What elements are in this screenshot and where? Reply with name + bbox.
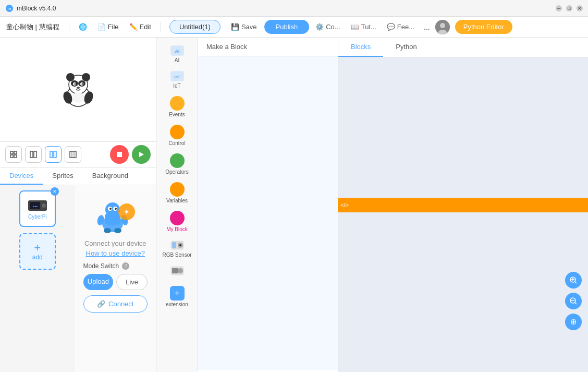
svg-text:IoT: IoT: [174, 75, 180, 79]
globe-menu-item[interactable]: 🌐: [75, 21, 91, 33]
svg-rect-22: [14, 155, 17, 158]
app-logo: 童心制物 | 慧编程: [6, 22, 59, 32]
svg-point-42: [109, 208, 112, 210]
category-variables[interactable]: Variables: [158, 179, 196, 207]
feedback-icon: 💬: [387, 23, 395, 31]
how-to-link[interactable]: How to use device?: [86, 249, 145, 257]
tutorial-icon: 📖: [351, 23, 359, 31]
edit-icon: ✏️: [129, 23, 138, 31]
title-bar: m mBlock v5.4.0 ─ □ ✕: [0, 0, 588, 17]
tutorial-button[interactable]: 📖 Tut...: [347, 21, 381, 33]
tab-blocks[interactable]: Blocks: [338, 38, 383, 57]
svg-rect-20: [14, 151, 17, 154]
menu-bar: 童心制物 | 慧编程 🌐 📄 File ✏️ Edit Untitled(1) …: [0, 17, 588, 38]
device-remove-button[interactable]: ✕: [51, 187, 59, 196]
plus-icon: +: [34, 242, 41, 254]
category-rgb-sensor[interactable]: RGB Sensor: [158, 236, 196, 261]
category-control[interactable]: Control: [158, 122, 196, 149]
python-editor-button[interactable]: Python Editor: [455, 20, 512, 34]
svg-point-8: [82, 73, 90, 81]
block-area: Make a Block: [198, 38, 338, 372]
live-button[interactable]: Live: [116, 274, 148, 290]
svg-point-34: [42, 203, 46, 208]
stop-button[interactable]: [110, 145, 129, 164]
category-myblock[interactable]: My Block: [158, 208, 196, 235]
stage-canvas: [0, 38, 156, 142]
svg-text:●●●: ●●●: [33, 205, 38, 208]
ai-icon: AI: [170, 45, 185, 56]
svg-line-66: [575, 303, 577, 305]
entity-tabs: Devices Sprites Background: [0, 167, 156, 185]
svg-rect-30: [117, 152, 122, 157]
mode-switch-help-icon[interactable]: ?: [122, 262, 129, 270]
category-ai[interactable]: AI AI: [158, 42, 196, 66]
svg-point-14: [81, 83, 83, 85]
fullscreen-button[interactable]: [5, 146, 22, 163]
tab-sprites[interactable]: Sprites: [43, 167, 82, 185]
iot-icon: IoT: [170, 70, 185, 82]
user-avatar[interactable]: [435, 20, 450, 34]
svg-point-46: [104, 228, 111, 233]
events-dot: [170, 96, 185, 111]
mode-switch-label: Mode Switch: [83, 262, 119, 270]
svg-rect-19: [10, 151, 13, 154]
xml-badge[interactable]: </>: [338, 198, 588, 212]
close-button[interactable]: ✕: [577, 5, 583, 11]
category-cyberpi[interactable]: [158, 262, 196, 281]
maximize-button[interactable]: □: [566, 5, 572, 11]
feedback-button[interactable]: 💬 Fee...: [383, 21, 419, 33]
myblock-label: My Block: [166, 226, 188, 232]
edit-menu-item[interactable]: ✏️ Edit: [125, 21, 155, 33]
publish-button[interactable]: Publish: [264, 20, 310, 34]
tab-background[interactable]: Background: [83, 167, 138, 185]
go-icon: [138, 151, 145, 158]
svg-marker-31: [139, 152, 144, 157]
svg-point-15: [77, 87, 80, 89]
category-iot[interactable]: IoT IoT: [158, 67, 196, 92]
control-dot: [170, 125, 185, 139]
zoom-in-button[interactable]: [565, 272, 582, 289]
cyberpi-label: CyberPi: [28, 214, 47, 220]
svg-point-13: [74, 83, 76, 85]
grid-view-button[interactable]: [65, 146, 81, 163]
connect-device-button[interactable]: 🔗 Connect: [83, 295, 148, 313]
project-name-button[interactable]: Untitled(1): [169, 20, 220, 34]
svg-point-7: [66, 73, 75, 81]
main-layout: Devices Sprites Background ✕: [0, 38, 588, 372]
minimize-button[interactable]: ─: [556, 5, 562, 11]
operators-dot: [170, 153, 185, 168]
svg-point-43: [115, 208, 117, 210]
file-icon: 📄: [97, 23, 106, 31]
rgb-sensor-label: RGB Sensor: [162, 252, 191, 258]
svg-text:m: m: [8, 6, 11, 11]
connect-menu-button[interactable]: ⚙️ Co...: [311, 21, 344, 33]
block-categories: AI AI IoT IoT Events Control: [156, 38, 198, 372]
more-button[interactable]: ...: [421, 21, 433, 33]
link-icon: 🔗: [97, 300, 105, 308]
half-view-button[interactable]: [25, 146, 42, 163]
category-operators[interactable]: Operators: [158, 150, 196, 178]
svg-point-3: [440, 23, 445, 28]
cyberpi-device-card[interactable]: ✕ ●●● CyberPi: [19, 190, 56, 227]
extension-plus-icon: +: [170, 286, 185, 301]
cyberpi-category-icon: [170, 265, 185, 277]
upload-button[interactable]: Upload: [83, 274, 114, 290]
operators-label: Operators: [165, 169, 188, 175]
tab-python[interactable]: Python: [383, 38, 429, 57]
go-button[interactable]: [132, 145, 151, 164]
category-events[interactable]: Events: [158, 93, 196, 121]
extension-label: extension: [166, 302, 188, 307]
add-device-button[interactable]: + add: [19, 233, 56, 270]
svg-rect-23: [30, 151, 33, 158]
make-block-button[interactable]: Make a Block: [206, 41, 247, 53]
tab-devices[interactable]: Devices: [0, 167, 43, 185]
code-view-button[interactable]: [45, 146, 62, 163]
file-menu-item[interactable]: 📄 File: [93, 21, 123, 33]
mode-switch-row: Mode Switch ?: [83, 262, 148, 270]
menu-divider-2: [161, 22, 161, 32]
zoom-out-button[interactable]: [565, 293, 582, 309]
extension-button[interactable]: + extension: [158, 284, 196, 309]
save-button[interactable]: 💾 Save: [226, 21, 262, 33]
code-canvas: [338, 57, 588, 372]
center-button[interactable]: [565, 314, 582, 330]
